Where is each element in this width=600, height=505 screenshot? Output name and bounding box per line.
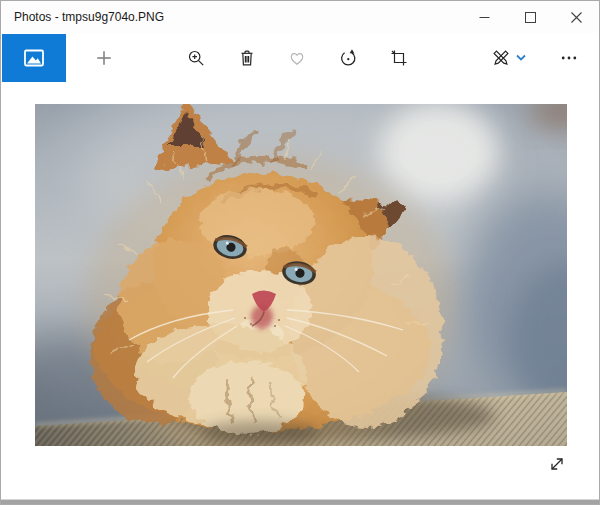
maximize-icon (525, 12, 536, 23)
heart-icon (287, 48, 307, 68)
plus-icon (94, 48, 114, 68)
window-title: Photos - tmpsu9g704o.PNG (1, 10, 164, 24)
see-more-button[interactable] (545, 34, 593, 82)
photo (35, 104, 567, 446)
maximize-button[interactable] (507, 1, 553, 33)
fullscreen-expand-icon (547, 454, 567, 474)
photos-window: Photos - tmpsu9g704o.PNG (0, 0, 600, 505)
zoom-button[interactable] (172, 34, 220, 82)
photos-app-button[interactable] (2, 34, 66, 82)
photos-logo-icon (22, 46, 46, 70)
window-bottom-border (1, 499, 599, 504)
minimize-button[interactable] (461, 1, 507, 33)
rotate-icon (338, 48, 358, 68)
caption-buttons (461, 1, 599, 33)
edit-create-button[interactable] (478, 34, 538, 82)
close-icon (571, 12, 582, 23)
add-button[interactable] (80, 34, 128, 82)
kitten-photo-art (35, 104, 567, 446)
crop-icon (389, 48, 409, 68)
delete-button[interactable] (223, 34, 271, 82)
ellipsis-icon (559, 48, 579, 68)
zoom-in-icon (186, 48, 206, 68)
fullscreen-button[interactable] (545, 452, 569, 476)
close-button[interactable] (553, 1, 599, 33)
titlebar: Photos - tmpsu9g704o.PNG (1, 1, 599, 33)
crop-button[interactable] (375, 34, 423, 82)
edit-create-icon (491, 48, 511, 68)
photo-viewer (1, 83, 599, 499)
toolbar (1, 33, 599, 83)
rotate-button[interactable] (324, 34, 372, 82)
favorite-button[interactable] (273, 34, 321, 82)
minimize-icon (479, 12, 490, 23)
trash-icon (237, 48, 257, 68)
chevron-down-icon (516, 54, 526, 62)
